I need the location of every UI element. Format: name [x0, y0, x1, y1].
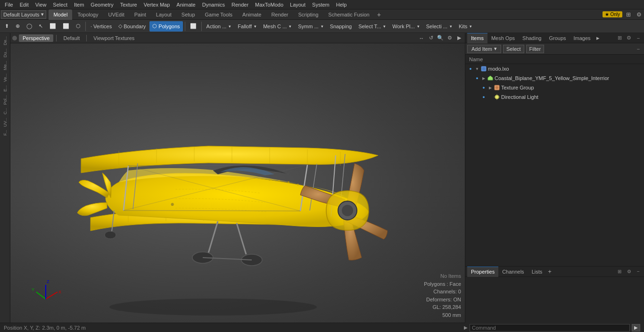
sidebar-item-f[interactable]: F... — [2, 129, 8, 137]
prop-expand-icon[interactable]: ⊞ — [616, 268, 623, 275]
tab-schematic-fusion[interactable]: Schematic Fusion — [323, 9, 374, 20]
tool-box-select[interactable]: ⬜ — [47, 21, 59, 32]
tab-scripting[interactable]: Scripting — [294, 9, 323, 20]
viewport-settings-icon[interactable]: ⚙ — [446, 34, 454, 42]
menu-render[interactable]: Render — [229, 0, 251, 9]
prop-settings-icon[interactable]: ⚙ — [625, 268, 633, 275]
menu-geometry[interactable]: Geometry — [88, 0, 116, 9]
panel-tab-meshops[interactable]: Mesh Ops — [487, 33, 519, 43]
vis-toggle-2[interactable]: ● — [480, 84, 487, 91]
menu-dynamics[interactable]: Dynamics — [199, 0, 228, 9]
tab-gametools[interactable]: Game Tools — [200, 9, 238, 20]
item-expand-2[interactable]: ▶ — [488, 86, 493, 90]
tool-select2[interactable]: ⬜ — [187, 21, 199, 32]
scene-item-3[interactable]: ● · Directional Light — [465, 92, 644, 102]
viewport-tab-textures[interactable]: Viewport Textures — [90, 34, 138, 42]
mode-vertices[interactable]: · Vertices — [88, 21, 115, 32]
viewport-tab-default[interactable]: Default — [59, 34, 83, 42]
viewport-canvas[interactable]: ⊕ X Y Z No Items Polygons : Face Channel… — [10, 43, 465, 323]
menu-select[interactable]: Select — [50, 0, 70, 9]
menu-vertexmap[interactable]: Vertex Map — [141, 0, 173, 9]
tab-layout[interactable]: Layout — [151, 9, 176, 20]
menu-maxtomodo[interactable]: MaxToModo — [252, 0, 286, 9]
sidebar-item-e[interactable]: E... — [2, 84, 8, 93]
menu-view[interactable]: View — [33, 0, 50, 9]
mode-boundary[interactable]: ◇ Boundary — [116, 21, 149, 32]
prop-tab-properties[interactable]: Properties — [467, 267, 498, 277]
items-minus-icon[interactable]: − — [635, 45, 642, 53]
item-expand-3[interactable]: · — [488, 95, 493, 99]
tab-uvedit[interactable]: UVEdit — [103, 9, 129, 20]
sidebar-item-du[interactable]: Du... — [2, 47, 8, 59]
tool-meshc[interactable]: Mesh C ... — [260, 21, 294, 32]
menu-file[interactable]: File — [2, 0, 16, 9]
viewport-tab-perspective[interactable]: Perspective — [19, 34, 53, 42]
item-expand-1[interactable]: ▶ — [481, 76, 486, 81]
tab-setup[interactable]: Setup — [177, 9, 200, 20]
viewport-fit-icon[interactable]: ↔ — [418, 34, 425, 42]
sidebar-item-pol[interactable]: Pol... — [2, 94, 8, 106]
select-button[interactable]: Select — [503, 45, 524, 53]
menu-help[interactable]: Help — [333, 0, 350, 9]
menu-layout[interactable]: Layout — [287, 0, 308, 9]
tool-symm[interactable]: Symm ... — [295, 21, 326, 32]
menu-animate[interactable]: Animate — [173, 0, 198, 9]
menu-system[interactable]: System — [309, 0, 332, 9]
tool-snapping[interactable]: Snapping — [327, 21, 355, 32]
panel-tab-images[interactable]: Images — [570, 33, 594, 43]
command-exec-button[interactable]: ▶ — [632, 324, 640, 332]
vis-toggle-0[interactable]: ● — [467, 65, 474, 72]
tab-render[interactable]: Render — [266, 9, 293, 20]
tool-workpl[interactable]: Work Pl... — [389, 21, 422, 32]
vis-toggle-3[interactable]: ● — [480, 94, 487, 100]
viewport-menu-dot[interactable] — [12, 36, 17, 40]
panel-expand-icon[interactable]: ⊞ — [616, 34, 623, 42]
tool-action[interactable]: Action ... — [204, 21, 234, 32]
panel-minus-icon[interactable]: − — [635, 34, 642, 42]
menu-edit[interactable]: Edit — [17, 0, 32, 9]
tool-selectt[interactable]: Select T... — [355, 21, 388, 32]
viewport-zoom-icon[interactable]: 🔍 — [437, 34, 444, 42]
tool-kits[interactable]: Kits — [456, 21, 475, 32]
layout-settings-icon[interactable]: ⚙ — [635, 10, 643, 19]
sidebar-item-de[interactable]: De... — [2, 35, 8, 47]
star-only-badge[interactable]: ★ Only — [603, 11, 622, 17]
viewport-play-icon[interactable]: ▶ — [455, 34, 463, 42]
panel-tab-items[interactable]: Items — [467, 33, 487, 43]
vis-toggle-1[interactable]: ● — [474, 75, 480, 81]
menu-item[interactable]: Item — [71, 0, 87, 9]
tool-selecti[interactable]: Selecti ... — [423, 21, 455, 32]
layout-dropdown[interactable]: Default Layouts ▾ — [1, 10, 46, 19]
add-panel-tab-button[interactable]: ▸ — [594, 34, 602, 41]
item-expand-0[interactable]: ▼ — [475, 67, 479, 71]
layout-expand-icon[interactable]: ⊞ — [624, 10, 633, 19]
mode-polygons[interactable]: ⬡ Polygons — [149, 21, 182, 32]
tab-model[interactable]: Model — [49, 9, 72, 20]
scene-item-1[interactable]: ● ▶ Coastal_Biplane_YMF_5_Yellow_Simple_… — [465, 73, 644, 83]
tool-transform[interactable]: ⬜ — [60, 21, 72, 32]
add-layout-tab-button[interactable]: + — [375, 10, 383, 19]
prop-minus-icon[interactable]: − — [635, 268, 642, 275]
tool-falloff[interactable]: Falloff — [235, 21, 259, 32]
menu-texture[interactable]: Texture — [117, 0, 140, 9]
sidebar-item-c[interactable]: C... — [2, 106, 8, 116]
prop-tab-lists[interactable]: Lists — [528, 267, 546, 277]
sidebar-item-me[interactable]: Me... — [2, 59, 8, 72]
tab-paint[interactable]: Paint — [130, 9, 151, 20]
panel-tab-shading[interactable]: Shading — [519, 33, 545, 43]
panel-tab-groups[interactable]: Groups — [545, 33, 570, 43]
command-input[interactable] — [470, 324, 630, 332]
panel-settings-icon[interactable]: ⚙ — [625, 34, 633, 42]
add-prop-tab-button[interactable]: + — [546, 268, 553, 275]
scene-item-0[interactable]: ● ▼ modo.lxo — [465, 64, 644, 73]
sidebar-item-ve[interactable]: Ve... — [2, 72, 8, 83]
tool-shield[interactable]: ⬡ — [73, 21, 83, 32]
filter-button[interactable]: Filter — [526, 45, 544, 53]
tool-globe[interactable]: ⊕ — [13, 21, 23, 32]
tab-animate[interactable]: Animate — [238, 9, 266, 20]
prop-tab-channels[interactable]: Channels — [498, 267, 528, 277]
scene-item-2[interactable]: ● ▶ Texture Group — [465, 83, 644, 92]
tool-lasso[interactable]: ◯ — [24, 21, 35, 32]
tab-topology[interactable]: Topology — [73, 9, 103, 20]
viewport-rotate-icon[interactable]: ↺ — [427, 34, 435, 42]
